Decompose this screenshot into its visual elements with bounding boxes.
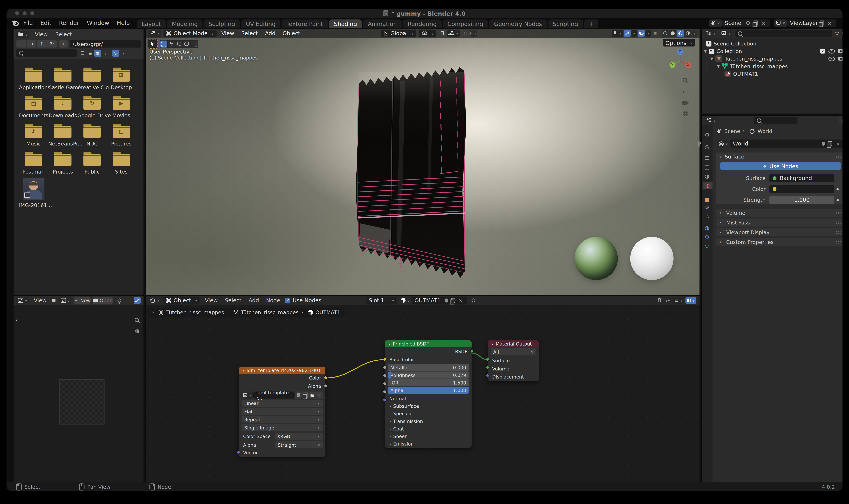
hamburger-menu-icon[interactable]: ≡	[52, 298, 56, 304]
mode-selector[interactable]: Object Mode∨	[164, 30, 216, 37]
tab-scripting[interactable]: Scripting	[548, 19, 583, 28]
file-item-image[interactable]: IMG-20161...	[19, 178, 48, 208]
socket-volume-input[interactable]	[486, 365, 489, 369]
viewport-menu-add[interactable]: Add	[263, 30, 278, 36]
expand-triangle-icon[interactable]: ▼	[704, 49, 707, 53]
socket-roughness-input[interactable]	[383, 374, 386, 377]
node-canvas[interactable]: ∨ idml-template-rf42027982-1001__1.p... …	[145, 305, 699, 490]
menu-render[interactable]: Render	[55, 18, 83, 28]
shading-rendered-button[interactable]: ◑	[685, 30, 691, 36]
surface-panel-header[interactable]: ∨Surface	[720, 154, 744, 160]
socket-bsdf-output[interactable]	[470, 349, 474, 353]
section-coat[interactable]: ›Coat	[385, 425, 471, 433]
tab-layout[interactable]: Layout	[137, 19, 166, 28]
tab-animation[interactable]: Animation	[363, 19, 402, 28]
active-tool-tweak-icon[interactable]	[148, 39, 158, 49]
select-tweak-mode-button[interactable]	[168, 40, 175, 47]
object-visibility-icon[interactable]: ∨	[612, 30, 623, 36]
tab-render-icon[interactable]: ◶	[704, 143, 711, 150]
tab-rendering[interactable]: Rendering	[403, 19, 441, 28]
overlay-settings-chevron[interactable]: ∨	[645, 30, 651, 36]
custom-properties-panel[interactable]: ›Custom Properties	[716, 238, 842, 246]
proportional-editing-icon[interactable]: ◎	[462, 30, 469, 37]
file-item[interactable]: NetBeansPr...	[48, 126, 77, 146]
outliner-row-scene-collection[interactable]: Scene Collection	[706, 40, 757, 47]
add-workspace-button[interactable]: +	[584, 19, 599, 28]
socket-color-output[interactable]	[324, 376, 328, 380]
pin-icon[interactable]	[698, 139, 699, 150]
projection-select[interactable]: Flat∨	[241, 408, 323, 415]
open-folder-icon[interactable]	[309, 392, 316, 398]
gizmo-y-axis[interactable]: Y	[671, 62, 673, 67]
remove-view-layer-icon[interactable]: ×	[826, 20, 833, 26]
xray-toggle-icon[interactable]: ▣	[652, 30, 659, 36]
file-item[interactable]: Postman	[19, 154, 48, 175]
outliner-row-material[interactable]: OUTMAT1	[725, 70, 758, 77]
view-layer-selector[interactable]: ∨ ViewLayer ×	[774, 19, 836, 27]
world-icon[interactable]: ∨	[717, 140, 730, 147]
file-item[interactable]: NUC	[77, 126, 107, 146]
display-settings-chevron[interactable]: ∨	[102, 49, 109, 56]
section-subsurface[interactable]: ›Subsurface	[385, 402, 471, 410]
outliner-row-object[interactable]: ▼ ▼ Tütchen_rissc_mappes	[710, 55, 843, 62]
disable-render-camera-icon[interactable]	[838, 49, 843, 53]
editor-type-properties-icon[interactable]: ∨	[705, 116, 717, 124]
section-emission[interactable]: ›Emission	[385, 440, 471, 448]
section-transmission[interactable]: ›Transmission	[385, 417, 471, 425]
drag-handle-icon[interactable]	[836, 221, 842, 224]
tab-object-icon[interactable]: ■	[704, 195, 711, 203]
copy-icon[interactable]	[302, 392, 309, 398]
view-layer-name[interactable]: ViewLayer	[790, 20, 818, 26]
breadcrumb-scene[interactable]: Scene	[725, 128, 740, 134]
node-header[interactable]: ∨ Principled BSDF	[385, 340, 471, 347]
filter-button[interactable]: ▽	[112, 49, 119, 56]
socket-metallic-input[interactable]	[383, 365, 386, 369]
tab-world-icon[interactable]: ⊕	[703, 182, 713, 189]
file-item[interactable]: ♪Music	[19, 126, 48, 146]
unlink-scene-icon[interactable]: ×	[760, 20, 767, 26]
disable-render-camera-icon[interactable]	[838, 57, 843, 60]
shading-solid-button[interactable]: ●	[669, 30, 676, 36]
pan-hand-icon[interactable]	[682, 89, 689, 95]
filter-funnel-icon[interactable]: ▽	[835, 31, 839, 36]
tab-shading[interactable]: Shading	[329, 19, 362, 28]
show-overlays-icon[interactable]	[638, 30, 645, 36]
strength-slider[interactable]: 1.000	[769, 196, 834, 204]
shading-material-preview-button[interactable]: ◐	[677, 30, 684, 36]
zoom-icon[interactable]	[134, 318, 140, 323]
file-item[interactable]: Creative Clo...	[77, 70, 107, 90]
viewport-menu-select[interactable]: Select	[239, 30, 260, 36]
refresh-button[interactable]: ↻	[47, 40, 57, 48]
display-horizontal-list-button[interactable]: ≣	[87, 49, 93, 56]
tab-modifiers-icon[interactable]: ⚙	[704, 203, 711, 211]
viewport-menu-object[interactable]: Object	[280, 30, 302, 36]
tab-texture-paint[interactable]: Texture Paint	[281, 19, 328, 28]
menu-edit[interactable]: Edit	[37, 18, 55, 28]
image-icon[interactable]: ∨	[241, 392, 253, 398]
scene-icon[interactable]: ∨	[709, 19, 722, 27]
options-button[interactable]: Options∨	[663, 39, 695, 47]
tab-modeling[interactable]: Modeling	[167, 19, 203, 28]
drag-handle-icon[interactable]	[836, 155, 842, 158]
select-mode-extra-button[interactable]	[191, 40, 197, 47]
menu-window[interactable]: Window	[83, 18, 113, 28]
world-color-swatch[interactable]	[769, 185, 834, 193]
file-item[interactable]: ▶Movies	[107, 98, 136, 119]
tab-constraints-icon[interactable]: ⊙	[704, 233, 711, 240]
file-item[interactable]: ▨Pictures	[107, 126, 136, 146]
image-browse-icon[interactable]: ∨	[59, 296, 71, 304]
socket-base-color-input[interactable]	[383, 358, 386, 361]
animate-dot-icon[interactable]	[836, 188, 839, 190]
pin-icon[interactable]	[746, 21, 750, 25]
outliner-display-mode-icon[interactable]: ∨	[705, 30, 717, 37]
tab-view-layer-icon[interactable]: ❏	[704, 163, 711, 171]
tab-geometry-nodes[interactable]: Geometry Nodes	[489, 19, 547, 28]
section-specular[interactable]: ›Specular	[385, 410, 471, 417]
metallic-slider[interactable]: Metallic0.000	[388, 364, 469, 371]
node-header[interactable]: ∨ Material Output	[488, 340, 539, 347]
select-lasso-mode-button[interactable]	[183, 40, 190, 47]
proportional-falloff-icon[interactable]: ∩∨	[470, 30, 477, 37]
forward-button[interactable]: →	[27, 40, 36, 48]
tab-output-icon[interactable]: ▤	[704, 153, 711, 161]
output-target-select[interactable]: All∨	[490, 348, 536, 355]
